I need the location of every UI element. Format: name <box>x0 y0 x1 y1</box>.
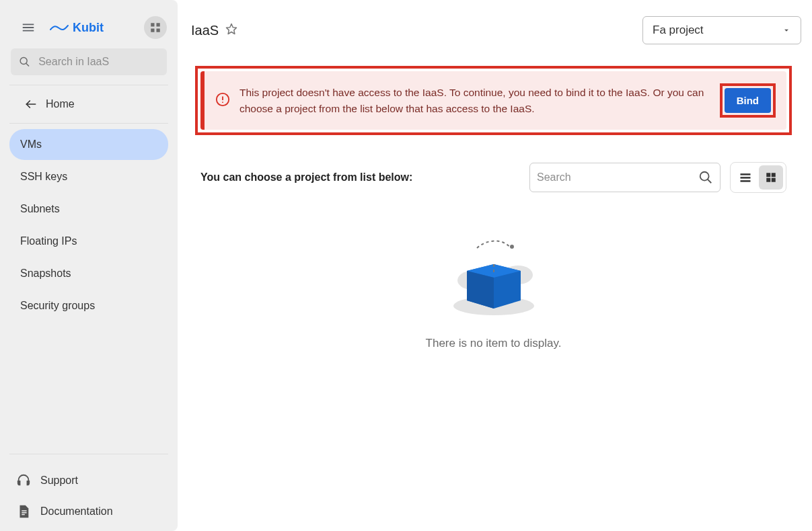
documentation-link[interactable]: Documentation <box>9 496 168 527</box>
project-search-input[interactable] <box>537 171 698 183</box>
main-header: IaaS Fa project <box>186 0 801 51</box>
empty-state-text: There is no item to display. <box>426 337 562 350</box>
hamburger-icon <box>21 20 36 35</box>
svg-marker-7 <box>227 24 237 34</box>
svg-line-12 <box>708 179 712 183</box>
nav-item-label: Subnets <box>20 203 60 214</box>
svg-rect-17 <box>772 173 776 177</box>
chevron-down-icon <box>782 26 791 35</box>
star-outline-icon <box>225 23 237 35</box>
nav-item-label: Security groups <box>20 300 95 311</box>
nav-item-security-groups[interactable]: Security groups <box>9 290 168 321</box>
svg-line-5 <box>26 63 29 66</box>
svg-point-23 <box>510 245 514 249</box>
project-selector[interactable]: Fa project <box>642 16 801 44</box>
main: IaaS Fa project This project doesn't hav… <box>178 0 812 531</box>
alert-text: This project doesn't have access to the … <box>239 85 710 116</box>
empty-state: There is no item to display. <box>186 193 801 350</box>
sidebar-bottom: Support Documentation <box>9 454 168 527</box>
grid-icon <box>765 171 777 183</box>
grid-icon <box>149 22 161 34</box>
error-icon <box>215 92 230 110</box>
menu-toggle-button[interactable] <box>20 19 36 36</box>
svg-rect-14 <box>741 177 751 179</box>
svg-point-4 <box>20 58 27 65</box>
content-card: This project doesn't have access to the … <box>186 56 801 377</box>
nav-item-label: Floating IPs <box>20 235 77 247</box>
grid-view-button[interactable] <box>759 165 783 190</box>
sidebar: Kubit Home VMs SSH keys Subnets Floating… <box>0 0 178 531</box>
nav-item-subnets[interactable]: Subnets <box>9 194 168 224</box>
svg-point-11 <box>700 172 709 181</box>
nav-item-snapshots[interactable]: Snapshots <box>9 258 168 289</box>
headset-icon <box>16 473 31 488</box>
search-icon <box>698 170 713 185</box>
svg-rect-16 <box>766 173 770 177</box>
svg-rect-18 <box>766 178 770 182</box>
page-title: IaaS <box>191 23 219 38</box>
nav-item-label: Snapshots <box>20 268 71 279</box>
search-icon <box>19 55 30 69</box>
access-alert: This project doesn't have access to the … <box>200 71 786 130</box>
brand-logo[interactable]: Kubit <box>50 21 131 35</box>
list-icon <box>739 171 752 184</box>
support-label: Support <box>40 475 78 487</box>
sidebar-search[interactable] <box>11 48 167 75</box>
arrow-left-icon <box>24 97 38 111</box>
project-selected-label: Fa project <box>653 24 704 37</box>
project-list-header: You can choose a project from list below… <box>186 135 801 193</box>
list-view-button[interactable] <box>733 165 758 190</box>
svg-rect-2 <box>151 29 154 32</box>
svg-point-10 <box>222 101 223 103</box>
svg-rect-19 <box>772 178 776 182</box>
nav-item-vms[interactable]: VMs <box>9 129 168 160</box>
svg-rect-1 <box>157 23 160 26</box>
nav-item-floating-ips[interactable]: Floating IPs <box>9 226 168 257</box>
sidebar-header: Kubit <box>0 0 178 48</box>
nav-item-ssh-keys[interactable]: SSH keys <box>9 161 168 192</box>
alert-highlight-frame: This project doesn't have access to the … <box>195 66 792 135</box>
project-search[interactable] <box>529 163 721 192</box>
document-icon <box>16 504 31 519</box>
nav-home[interactable]: Home <box>9 85 168 124</box>
bind-button-highlight-frame: Bind <box>720 83 776 118</box>
nav-item-label: VMs <box>20 138 42 150</box>
svg-rect-0 <box>151 23 154 26</box>
svg-rect-3 <box>157 29 160 32</box>
documentation-label: Documentation <box>40 505 113 518</box>
favorite-button[interactable] <box>225 23 237 38</box>
project-list-title: You can choose a project from list below… <box>200 171 412 183</box>
bind-button[interactable]: Bind <box>725 88 771 113</box>
app-switcher-button[interactable] <box>144 16 167 39</box>
nav-list: VMs SSH keys Subnets Floating IPs Snapsh… <box>0 124 178 454</box>
sidebar-search-input[interactable] <box>38 56 159 68</box>
svg-rect-13 <box>741 173 751 175</box>
empty-box-illustration <box>440 227 548 321</box>
svg-rect-15 <box>741 180 751 182</box>
nav-home-label: Home <box>46 98 75 110</box>
nav-item-label: SSH keys <box>20 171 67 182</box>
brand-name: Kubit <box>73 21 104 35</box>
brand-wave-icon <box>50 23 69 32</box>
view-toggle <box>730 162 786 193</box>
support-link[interactable]: Support <box>9 465 168 496</box>
